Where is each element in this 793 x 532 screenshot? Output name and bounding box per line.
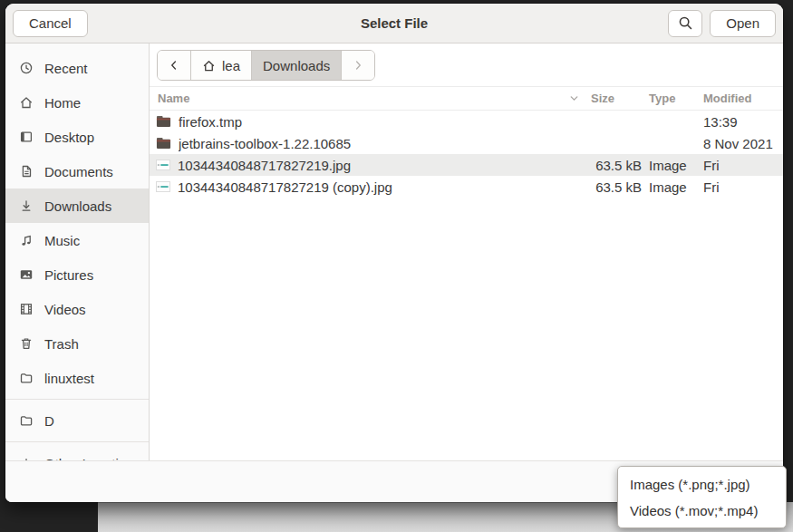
- file-row-firefox-tmp[interactable]: firefox.tmp 13:39: [150, 111, 783, 132]
- screen: Select File Cancel Open: [0, 0, 793, 532]
- cancel-button[interactable]: Cancel: [13, 10, 88, 37]
- modified-cell: Fri: [703, 158, 776, 173]
- modified-cell: 8 Nov 2021: [703, 136, 776, 151]
- file-row-jpg-copy[interactable]: 10344340848717827219 (copy).jpg 63.5 kB …: [150, 176, 783, 198]
- document-icon: [19, 164, 34, 179]
- sidebar-item-label: Videos: [44, 302, 86, 317]
- breadcrumb-home-label: lea: [222, 58, 240, 73]
- folder-icon: [19, 413, 34, 428]
- sidebar-item-label: Desktop: [44, 130, 94, 145]
- film-icon: [19, 302, 34, 316]
- type-cell: Image: [642, 158, 703, 173]
- picture-icon: [19, 267, 34, 282]
- name-cell: 10344340848717827219 (copy).jpg: [150, 179, 584, 195]
- image-thumbnail-icon: [156, 181, 170, 192]
- sidebar-item-documents[interactable]: Documents: [5, 154, 149, 189]
- back-button[interactable]: [158, 51, 191, 80]
- file-filter-popup: Images (*.png;*.jpg) Videos (*.mov;*.mp4…: [617, 466, 787, 528]
- music-note-icon: [19, 233, 34, 247]
- sidebar-item-desktop[interactable]: Desktop: [5, 120, 149, 154]
- sidebar-item-label: Documents: [44, 164, 113, 179]
- column-header-size[interactable]: Size: [584, 92, 642, 105]
- sidebar-item-home[interactable]: Home: [5, 85, 149, 120]
- breadcrumb-downloads[interactable]: Downloads: [252, 51, 342, 80]
- desktop-icon: [19, 130, 34, 144]
- dialog-body: Recent Home Desktop: [5, 44, 783, 460]
- file-browser-pane: lea Downloads: [150, 44, 783, 460]
- clock-icon: [19, 61, 34, 75]
- chevron-left-icon: [168, 59, 180, 72]
- sidebar-item-trash[interactable]: Trash: [5, 326, 149, 361]
- name-cell: firefox.tmp: [150, 114, 584, 130]
- forward-button[interactable]: [342, 51, 374, 80]
- search-button[interactable]: [668, 10, 702, 37]
- pathbar: lea Downloads: [150, 44, 783, 86]
- folder-icon: [19, 371, 34, 385]
- trash-icon: [19, 336, 34, 351]
- folder-icon: [156, 115, 171, 128]
- sidebar-item-pictures[interactable]: Pictures: [5, 257, 149, 292]
- modified-cell: 13:39: [703, 114, 776, 130]
- name-cell: 10344340848717827219.jpg: [150, 158, 584, 173]
- sidebar-item-label: Pictures: [44, 267, 93, 283]
- size-cell: 63.5 kB: [584, 158, 642, 173]
- file-row-jetbrains-toolbox[interactable]: jetbrains-toolbox-1.22.10685 8 Nov 2021: [150, 132, 783, 154]
- sidebar-item-videos[interactable]: Videos: [5, 292, 149, 326]
- sidebar-item-label: Downloads: [44, 198, 111, 214]
- sidebar-item-linuxtest[interactable]: linuxtest: [5, 361, 149, 395]
- dialog-title: Select File: [5, 15, 783, 31]
- file-row-jpg-selected[interactable]: 10344340848717827219.jpg 63.5 kB Image F…: [150, 154, 783, 176]
- file-chooser-dialog: Select File Cancel Open: [5, 4, 783, 502]
- modified-cell: Fri: [703, 179, 776, 195]
- folder-icon: [156, 137, 171, 150]
- sidebar-item-downloads[interactable]: Downloads: [5, 189, 149, 223]
- sidebar-item-label: Home: [44, 95, 81, 111]
- sort-chevron-down-icon: [568, 92, 580, 104]
- image-thumbnail-icon: [156, 160, 170, 170]
- search-icon: [678, 15, 693, 31]
- download-icon: [19, 198, 34, 213]
- filter-option-images[interactable]: Images (*.png;*.jpg): [618, 471, 786, 498]
- breadcrumb-current-label: Downloads: [263, 58, 330, 73]
- type-cell: Image: [642, 179, 703, 195]
- sidebar-item-other-locations[interactable]: Other Locations: [5, 446, 149, 460]
- sidebar-item-music[interactable]: Music: [5, 223, 149, 257]
- dialog-headerbar: Select File Cancel Open: [5, 4, 783, 44]
- sidebar-item-label: linuxtest: [44, 371, 94, 386]
- sidebar-item-label: Music: [44, 233, 80, 248]
- open-button[interactable]: Open: [710, 10, 776, 37]
- chevron-right-icon: [352, 59, 364, 72]
- sidebar-separator: [5, 441, 149, 442]
- sidebar-item-label: D: [44, 413, 54, 429]
- column-header-name[interactable]: Name: [150, 92, 584, 105]
- sidebar-item-label: Recent: [44, 61, 88, 76]
- column-header-type[interactable]: Type: [642, 92, 703, 105]
- sidebar-separator: [5, 399, 149, 400]
- breadcrumb: lea Downloads: [157, 50, 375, 81]
- filter-option-videos[interactable]: Videos (*.mov;*.mp4): [618, 498, 786, 524]
- sidebar: Recent Home Desktop: [5, 44, 150, 460]
- file-list: firefox.tmp 13:39 j: [150, 111, 783, 460]
- size-cell: 63.5 kB: [584, 179, 642, 195]
- name-cell: jetbrains-toolbox-1.22.10685: [150, 136, 584, 151]
- sidebar-item-label: Trash: [44, 336, 79, 352]
- sidebar-item-d[interactable]: D: [5, 403, 149, 438]
- sidebar-item-recent[interactable]: Recent: [5, 51, 149, 85]
- column-header-modified[interactable]: Modified: [703, 92, 776, 105]
- home-icon: [202, 59, 216, 73]
- list-column-headers: Name Size Type Modified: [150, 86, 783, 111]
- breadcrumb-home[interactable]: lea: [191, 51, 252, 80]
- home-icon: [19, 95, 34, 110]
